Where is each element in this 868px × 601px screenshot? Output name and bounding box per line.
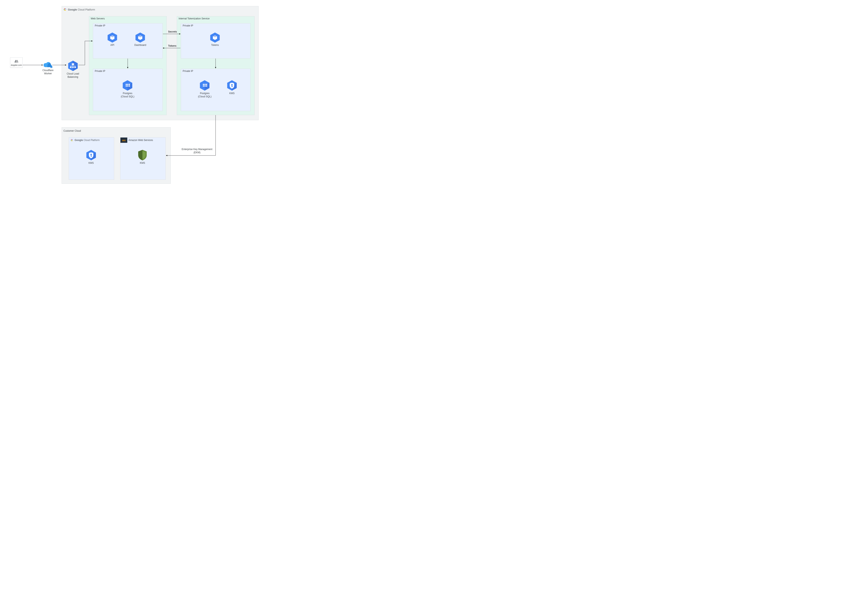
svg-rect-18 [126, 84, 127, 85]
gcp-header: Google Cloud Platform [63, 8, 95, 11]
svg-rect-19 [127, 84, 128, 85]
customer-gcp-kms-node: KMS [86, 149, 97, 165]
kms-token-node: KMS [226, 80, 238, 95]
load-balancer-icon [67, 60, 79, 72]
svg-rect-30 [205, 84, 206, 85]
api-node: API [107, 32, 118, 47]
web-servers-top-zone: Private IP [93, 23, 163, 59]
customer-gcp-header: Google Cloud Platform [70, 139, 99, 142]
ekm-edge-label: Enterprise Key Management (EKM) [179, 148, 215, 154]
svg-rect-21 [126, 85, 127, 87]
svg-rect-9 [75, 66, 75, 67]
aws-shield-icon [138, 149, 148, 161]
gcp-logo-icon [63, 8, 67, 11]
svg-rect-5 [74, 67, 76, 68]
kms-icon [226, 80, 238, 91]
doppler-label: doppler.com [11, 64, 22, 66]
tokens-node: Tokens [210, 32, 220, 47]
svg-rect-20 [129, 84, 130, 85]
svg-rect-33 [205, 85, 206, 87]
container-icon [210, 32, 220, 43]
svg-rect-39 [232, 86, 233, 87]
architecture-diagram: doppler.com Google Cloud Platform [4, 4, 263, 198]
svg-rect-44 [91, 156, 92, 156]
cloudflare-cloud-icon [43, 62, 52, 68]
svg-rect-22 [127, 85, 128, 87]
svg-rect-7 [70, 66, 75, 66]
cloud-sql-icon [122, 80, 133, 91]
kms-icon [86, 149, 97, 161]
container-icon [135, 32, 145, 43]
cloudflare-worker-node: Cloudflare Worker [43, 62, 53, 75]
svg-rect-31 [206, 84, 207, 85]
svg-rect-4 [72, 67, 74, 68]
svg-rect-34 [206, 85, 207, 87]
svg-rect-2 [72, 63, 74, 65]
svg-rect-23 [129, 85, 130, 87]
doppler-users-card: doppler.com [10, 57, 23, 68]
cloud-sql-icon [199, 80, 210, 91]
secrets-edge-label: Secrets [168, 30, 177, 33]
svg-rect-3 [70, 67, 72, 68]
customer-aws-kms-node: KMS [138, 149, 148, 165]
aws-logo-icon: aws [121, 137, 127, 143]
users-icon [14, 59, 19, 63]
postgres-token-node: Postgres (Cloud SQL) [198, 80, 212, 98]
container-icon [107, 32, 118, 43]
svg-rect-29 [203, 84, 204, 85]
dashboard-node: Dashboard [134, 32, 146, 47]
tokens-edge-label: Tokens [168, 44, 176, 47]
cloud-load-balancing-node: Cloud Load Balancing [67, 60, 79, 79]
postgres-web-node: Postgres (Cloud SQL) [121, 80, 134, 98]
svg-rect-8 [70, 66, 71, 67]
tokenization-bottom-zone: Private IP [181, 69, 251, 111]
gcp-logo-icon [70, 139, 73, 142]
svg-rect-32 [203, 85, 204, 87]
